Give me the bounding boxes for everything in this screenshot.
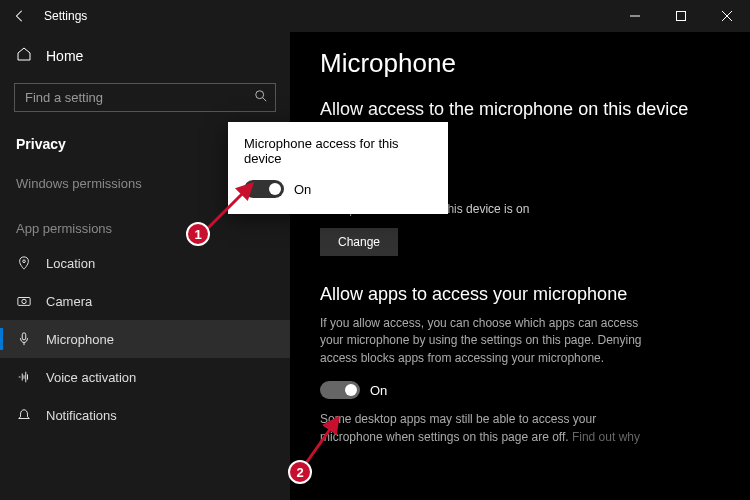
sidebar-item-label: Voice activation — [46, 370, 136, 385]
sidebar-item-label: Camera — [46, 294, 92, 309]
svg-point-4 — [22, 299, 26, 303]
microphone-icon — [16, 331, 32, 347]
apps-access-toggle[interactable] — [320, 381, 360, 399]
section1-title: Allow access to the microphone on this d… — [320, 99, 720, 120]
svg-point-1 — [256, 90, 264, 98]
sidebar-item-label: Microphone — [46, 332, 114, 347]
svg-rect-5 — [22, 333, 26, 340]
svg-rect-0 — [677, 12, 686, 21]
annotation-marker-1: 1 — [186, 222, 210, 246]
sidebar-item-notifications[interactable]: Notifications — [0, 396, 290, 434]
back-button[interactable] — [0, 0, 40, 32]
location-icon — [16, 255, 32, 271]
apps-access-toggle-label: On — [370, 383, 387, 398]
home-label: Home — [46, 48, 83, 64]
sidebar: Home Privacy Windows permissions App per… — [0, 32, 290, 500]
sidebar-item-camera[interactable]: Camera — [0, 282, 290, 320]
section2-note: Some desktop apps may still be able to a… — [320, 411, 660, 446]
home-icon — [16, 46, 32, 65]
camera-icon — [16, 293, 32, 309]
bell-icon — [16, 407, 32, 423]
voice-icon — [16, 369, 32, 385]
sidebar-item-label: Notifications — [46, 408, 117, 423]
section2-body: If you allow access, you can choose whic… — [320, 315, 660, 367]
home-nav[interactable]: Home — [0, 36, 290, 75]
svg-rect-3 — [18, 298, 30, 306]
search-icon — [254, 89, 268, 107]
svg-point-2 — [23, 260, 26, 263]
search-input[interactable] — [14, 83, 276, 112]
popup-title: Microphone access for this device — [244, 136, 432, 166]
minimize-button[interactable] — [612, 0, 658, 32]
sidebar-item-voice-activation[interactable]: Voice activation — [0, 358, 290, 396]
change-button[interactable]: Change — [320, 228, 398, 256]
content-pane: Microphone Allow access to the microphon… — [290, 32, 750, 500]
close-button[interactable] — [704, 0, 750, 32]
find-out-why-link[interactable]: Find out why — [572, 430, 640, 444]
window-title: Settings — [44, 9, 87, 23]
page-title: Microphone — [320, 48, 720, 79]
section2-title: Allow apps to access your microphone — [320, 284, 720, 305]
device-access-toggle-label: On — [294, 182, 311, 197]
device-access-popup: Microphone access for this device On — [228, 122, 448, 214]
annotation-marker-2: 2 — [288, 460, 312, 484]
maximize-button[interactable] — [658, 0, 704, 32]
sidebar-item-microphone[interactable]: Microphone — [0, 320, 290, 358]
sidebar-item-label: Location — [46, 256, 95, 271]
sidebar-item-location[interactable]: Location — [0, 244, 290, 282]
device-access-toggle[interactable] — [244, 180, 284, 198]
